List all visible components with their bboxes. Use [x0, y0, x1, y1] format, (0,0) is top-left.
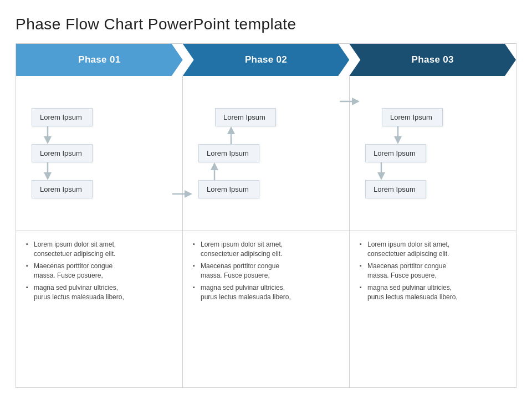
phase02-box3: Lorem Ipsum: [198, 180, 259, 198]
svg-marker-7: [227, 126, 235, 134]
phase02-column: Lorem Ipsum Lorem Ipsum: [183, 76, 350, 387]
phase02-flow: Lorem Ipsum Lorem Ipsum: [183, 100, 349, 206]
flow-area: Lorem Ipsum Lorem Ipsum: [16, 76, 516, 387]
svg-marker-5: [185, 190, 192, 198]
phase03-flow: Lorem Ipsum Lorem Ipsum: [350, 100, 516, 206]
page: Phase Flow Chart PowerPoint template Pha…: [0, 0, 532, 399]
phase01-column: Lorem Ipsum Lorem Ipsum: [16, 76, 183, 387]
phase03-bullet2: Maecenas porttitor congue massa. Fusce p…: [360, 262, 506, 281]
phase03-bullet3: magna sed pulvinar ultricies, purus lect…: [360, 283, 506, 303]
phase-header-row: Phase 01 Phase 02 Phase 03: [16, 44, 516, 76]
phase03-box2: Lorem Ipsum: [365, 144, 426, 162]
phase01-bullet1: Lorem ipsum dolor sit amet, consectetuer…: [26, 240, 172, 259]
phase01-box2: Lorem Ipsum: [32, 144, 93, 162]
phase03-label: Phase 03: [412, 54, 454, 65]
phase01-box1: Lorem Ipsum: [32, 108, 93, 126]
phase01-bullet2: Maecenas porttitor congue massa. Fusce p…: [26, 262, 172, 281]
phase02-bullet-list: Lorem ipsum dolor sit amet, consectetuer…: [193, 240, 339, 302]
phase01-box3: Lorem Ipsum: [32, 180, 93, 198]
phase02-bullet1: Lorem ipsum dolor sit amet, consectetuer…: [193, 240, 339, 259]
phase02-arrow2-up-icon: [209, 162, 219, 180]
svg-marker-1: [44, 136, 52, 144]
phase03-column: Lorem Ipsum Lorem Ipsum: [350, 76, 516, 387]
phase02-flow-section: Lorem Ipsum Lorem Ipsum: [183, 76, 349, 231]
svg-marker-11: [352, 98, 360, 105]
main-content: Phase 01 Phase 02 Phase 03 Lorem Ipsum: [16, 43, 516, 388]
phase01-to-02-arrow-icon: [172, 188, 192, 202]
phase02-text-section: Lorem ipsum dolor sit amet, consectetuer…: [183, 231, 349, 387]
svg-marker-3: [44, 172, 52, 180]
svg-marker-13: [394, 136, 402, 144]
phase03-box1: Lorem Ipsum: [382, 108, 443, 126]
phase03-bullet-list: Lorem ipsum dolor sit amet, consectetuer…: [360, 240, 506, 302]
phase-header-03: Phase 03: [349, 44, 516, 76]
svg-marker-15: [377, 172, 385, 180]
phase01-label: Phase 01: [78, 54, 120, 65]
phase02-to-03-arrow-icon: [340, 96, 360, 109]
phase02-arrow1-up-icon: [226, 126, 236, 144]
phase-header-02: Phase 02: [183, 44, 350, 76]
phase01-flow: Lorem Ipsum Lorem Ipsum: [16, 100, 182, 206]
phase02-bullet3: magna sed pulvinar ultricies, purus lect…: [193, 283, 339, 303]
phase03-arrow2-down-icon: [376, 162, 386, 180]
phase02-box2: Lorem Ipsum: [198, 144, 259, 162]
svg-marker-9: [211, 162, 218, 170]
phase03-text-section: Lorem ipsum dolor sit amet, consectetuer…: [350, 231, 516, 387]
phase01-flow-section: Lorem Ipsum Lorem Ipsum: [16, 76, 182, 231]
phase02-box1: Lorem Ipsum: [215, 108, 276, 126]
phase03-arrow1-down-icon: [393, 126, 403, 144]
phase01-arrow2-down-icon: [43, 162, 53, 180]
phase01-bullet3: magna sed pulvinar ultricies, purus lect…: [26, 283, 172, 303]
phase03-flow-section: Lorem Ipsum Lorem Ipsum: [350, 76, 516, 231]
phase-header-01: Phase 01: [16, 44, 183, 76]
phase01-arrow1-down-icon: [43, 126, 53, 144]
phase02-bullet2: Maecenas porttitor congue massa. Fusce p…: [193, 262, 339, 281]
phase03-box3: Lorem Ipsum: [365, 180, 426, 198]
phase02-label: Phase 02: [245, 54, 287, 65]
phase01-text-section: Lorem ipsum dolor sit amet, consectetuer…: [16, 231, 182, 387]
phase01-bullet-list: Lorem ipsum dolor sit amet, consectetuer…: [26, 240, 172, 302]
phase03-bullet1: Lorem ipsum dolor sit amet, consectetuer…: [360, 240, 506, 259]
page-title: Phase Flow Chart PowerPoint template: [16, 16, 516, 33]
